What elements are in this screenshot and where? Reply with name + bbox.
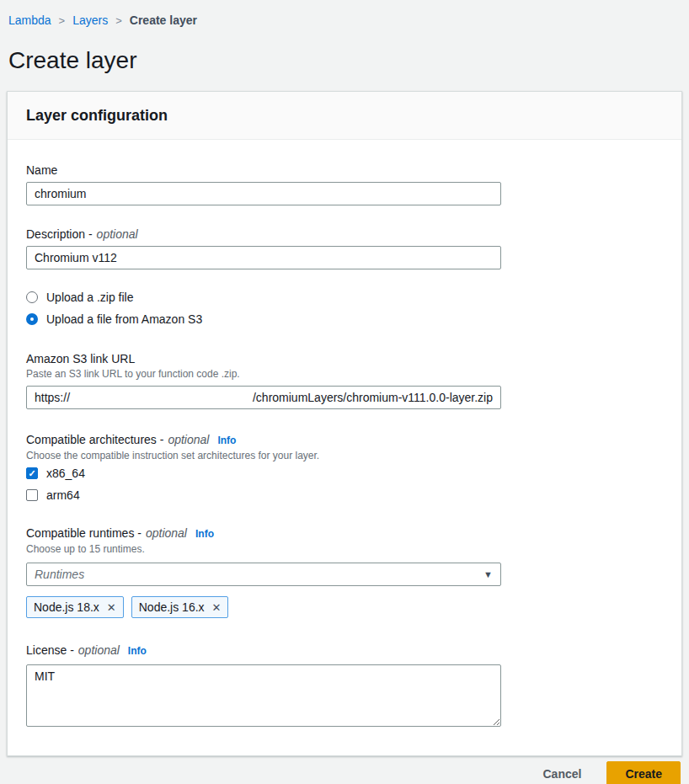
runtimes-label-text: Compatible runtimes - xyxy=(26,525,142,541)
license-label: License - optional Info xyxy=(26,642,663,659)
runtimes-hint: Choose up to 15 runtimes. xyxy=(26,542,663,556)
breadcrumb-separator-icon: > xyxy=(59,13,66,29)
license-field: License - optional Info MIT xyxy=(26,642,663,730)
radio-unselected-icon xyxy=(26,291,38,303)
name-input[interactable] xyxy=(26,182,501,205)
cancel-button[interactable]: Cancel xyxy=(527,762,596,784)
license-info-link[interactable]: Info xyxy=(128,643,147,659)
runtime-token-label: Node.js 18.x xyxy=(34,600,99,614)
checkbox-arm64[interactable]: arm64 xyxy=(26,488,663,503)
license-optional-text: optional xyxy=(78,642,120,659)
runtime-token-label: Node.js 16.x xyxy=(139,600,205,614)
panel-title: Layer configuration xyxy=(26,106,663,125)
s3-url-prefix: https:// xyxy=(35,391,70,404)
breadcrumb-current: Create layer xyxy=(130,13,197,29)
runtimes-token-row: Node.js 18.x ✕ Node.js 16.x ✕ xyxy=(26,596,663,618)
checkbox-unchecked-icon xyxy=(26,489,38,501)
s3-url-field: Amazon S3 link URL Paste an S3 link URL … xyxy=(26,350,663,409)
checkbox-x86-64[interactable]: ✓ x86_64 xyxy=(26,466,663,481)
page-title: Create layer xyxy=(8,46,689,75)
runtime-token-nodejs16[interactable]: Node.js 16.x ✕ xyxy=(131,596,229,618)
runtimes-label: Compatible runtimes - optional Info xyxy=(26,525,663,542)
architectures-checkbox-group: ✓ x86_64 arm64 xyxy=(26,466,663,503)
architectures-label: Compatible architectures - optional Info xyxy=(26,431,663,449)
runtimes-field: Compatible runtimes - optional Info Choo… xyxy=(26,525,663,618)
checkbox-checked-icon: ✓ xyxy=(26,467,38,479)
panel-header: Layer configuration xyxy=(8,92,681,140)
breadcrumb-link-layers[interactable]: Layers xyxy=(72,13,108,29)
architectures-info-link[interactable]: Info xyxy=(217,432,236,449)
caret-down-icon: ▼ xyxy=(483,569,493,579)
radio-selected-icon xyxy=(26,313,38,325)
radio-upload-zip[interactable]: Upload a .zip file xyxy=(26,290,663,305)
architectures-optional-text: optional xyxy=(168,431,209,448)
architectures-label-text: Compatible architectures - xyxy=(26,431,163,448)
checkbox-x86-64-label: x86_64 xyxy=(46,467,85,480)
token-close-icon[interactable]: ✕ xyxy=(107,601,116,614)
name-label: Name xyxy=(26,162,663,179)
name-field: Name xyxy=(26,162,663,205)
s3-url-hint: Paste an S3 link URL to your function co… xyxy=(26,367,663,381)
breadcrumb-link-lambda[interactable]: Lambda xyxy=(8,13,51,29)
breadcrumb: Lambda > Layers > Create layer xyxy=(0,0,689,29)
architectures-field: Compatible architectures - optional Info… xyxy=(26,431,663,503)
runtimes-select[interactable]: Runtimes ▼ xyxy=(26,563,501,586)
upload-source-radio-group: Upload a .zip file Upload a file from Am… xyxy=(26,290,663,327)
checkbox-arm64-label: arm64 xyxy=(46,488,80,502)
s3-url-label: Amazon S3 link URL xyxy=(26,350,663,367)
architectures-hint: Choose the compatible instruction set ar… xyxy=(26,449,663,462)
radio-upload-s3[interactable]: Upload a file from Amazon S3 xyxy=(26,312,663,327)
radio-upload-s3-label: Upload a file from Amazon S3 xyxy=(46,312,202,326)
runtimes-optional-text: optional xyxy=(146,525,187,541)
panel-body: Name Description - optional Upload a .zi… xyxy=(8,140,681,755)
s3-url-input[interactable]: https:// /chromiumLayers/chromium-v111.0… xyxy=(26,386,501,409)
runtimes-select-placeholder: Runtimes xyxy=(35,568,84,581)
token-close-icon[interactable]: ✕ xyxy=(212,601,222,614)
description-label: Description - optional xyxy=(26,226,663,243)
create-button[interactable]: Create xyxy=(606,761,681,784)
description-label-text: Description - xyxy=(26,226,93,243)
runtime-token-nodejs18[interactable]: Node.js 18.x ✕ xyxy=(26,596,124,618)
breadcrumb-separator-icon: > xyxy=(115,13,122,29)
description-optional-text: optional xyxy=(97,226,138,243)
runtimes-info-link[interactable]: Info xyxy=(195,525,214,542)
license-textarea[interactable]: MIT xyxy=(26,664,501,727)
description-input[interactable] xyxy=(26,246,501,269)
radio-upload-zip-label: Upload a .zip file xyxy=(46,291,134,304)
s3-url-suffix: /chromiumLayers/chromium-v111.0.0-layer.… xyxy=(253,391,493,404)
form-actions: Cancel Create xyxy=(0,756,689,784)
license-label-text: License - xyxy=(26,642,74,659)
description-field: Description - optional xyxy=(26,226,663,269)
layer-configuration-panel: Layer configuration Name Description - o… xyxy=(7,91,682,756)
